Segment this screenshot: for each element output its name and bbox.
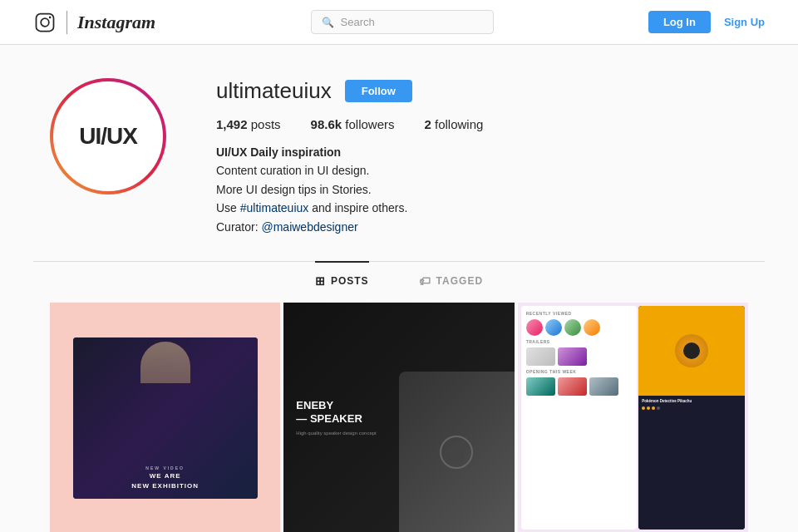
bio-curator: Curator: @maiwebdesigner [216, 218, 748, 236]
bio-line3: Use #ultimateuiux and inspire others. [216, 199, 748, 217]
tabs-section: ⊞ POSTS 🏷 TAGGED [33, 261, 765, 299]
profile-username: ultimateuiux [216, 78, 332, 104]
bio-suffix: and inspire others. [308, 201, 407, 214]
tag-icon: 🏷 [419, 274, 431, 288]
post-2-speaker-circle [440, 436, 473, 469]
header-right: Log In Sign Up [648, 11, 765, 33]
svg-rect-0 [37, 13, 54, 31]
followers-count: 98.6k [311, 117, 342, 131]
post-3-trailer-card [558, 347, 587, 366]
post-3: RECENTLY VIEWED TRAILERS OPENING THIS WE… [518, 303, 748, 532]
post-3-dark-panel: Pokémon Detective Pikachu [638, 396, 745, 530]
follow-button[interactable]: Follow [345, 80, 412, 102]
post-3-opening-card [526, 377, 555, 396]
following-stat: 2 following [424, 117, 483, 131]
post-3-trailer-card [526, 347, 555, 366]
post-1-top: WE ARE [131, 471, 199, 480]
header-left: Instagram [33, 11, 155, 34]
posts-grid: NEW VIDEO WE ARE NEW EXHIBITION ENEBY— S… [33, 303, 765, 532]
post-3-star [657, 406, 660, 410]
avatar-text: UI/UX [79, 123, 137, 150]
post-1-card: NEW VIDEO WE ARE NEW EXHIBITION [73, 337, 258, 499]
post-3-thumb [526, 319, 543, 336]
post-3-pokemon-text: Pokémon Detective Pikachu [642, 399, 741, 404]
search-bar: 🔍 [311, 10, 494, 34]
bio-line1: Content curation in UI design. [216, 161, 748, 180]
tab-tagged-label: TAGGED [436, 275, 483, 287]
tab-posts-label: POSTS [331, 275, 369, 287]
bio-title: UI/UX Daily inspiration [216, 143, 748, 161]
signup-button[interactable]: Sign Up [724, 16, 765, 28]
post-1-text: NEW VIDEO WE ARE NEW EXHIBITION [131, 466, 199, 490]
profile-stats: 1,492 posts 98.6k followers 2 following [216, 117, 748, 131]
following-count: 2 [424, 117, 431, 131]
profile-info: ultimateuiux Follow 1,492 posts 98.6k fo… [216, 78, 748, 236]
grid-item[interactable]: NEW VIDEO WE ARE NEW EXHIBITION [50, 303, 280, 532]
post-3-thumb [584, 319, 600, 336]
post-3-opening-card [558, 377, 587, 396]
instagram-icon [33, 11, 57, 34]
login-button[interactable]: Log In [648, 11, 711, 33]
posts-count: 1,492 [216, 117, 248, 131]
post-1: NEW VIDEO WE ARE NEW EXHIBITION [50, 303, 280, 532]
post-3-star [652, 406, 655, 410]
post-3-opening-card [589, 377, 618, 396]
header-divider [66, 11, 67, 34]
post-3-yellow-panel [638, 306, 745, 396]
bio-hashtag[interactable]: #ultimateuiux [240, 201, 309, 214]
post-2-speaker [399, 372, 515, 532]
posts-label: posts [251, 117, 281, 131]
post-3-thumbs-row [526, 319, 633, 336]
post-2-speaker-inner [448, 444, 465, 461]
grid-icon: ⊞ [315, 274, 326, 288]
post-1-bottom: NEW EXHIBITION [131, 481, 199, 490]
tabs-row: ⊞ POSTS 🏷 TAGGED [33, 262, 765, 299]
tab-tagged[interactable]: 🏷 TAGGED [419, 261, 483, 299]
post-3-star [642, 406, 645, 410]
curator-prefix: Curator: [216, 220, 261, 234]
search-input[interactable] [341, 16, 483, 28]
following-label: following [435, 117, 483, 131]
followers-label: followers [345, 117, 394, 131]
posts-stat: 1,492 posts [216, 117, 281, 131]
username-row: ultimateuiux Follow [216, 78, 748, 104]
post-3-opening-label: OPENING THIS WEEK [526, 369, 633, 374]
svg-point-1 [41, 18, 49, 27]
bio-line2: More UI design tips in Stories. [216, 180, 748, 199]
tab-posts[interactable]: ⊞ POSTS [315, 261, 369, 299]
grid-item[interactable]: ENEBY— SPEAKER High quality speaker desi… [283, 303, 514, 532]
brand-name: Instagram [77, 12, 155, 33]
post-3-thumb [545, 319, 562, 336]
post-3-left: RECENTLY VIEWED TRAILERS OPENING THIS WE… [521, 306, 638, 530]
post-2: ENEBY— SPEAKER High quality speaker desi… [283, 303, 514, 532]
post-3-trailers-row [526, 347, 633, 366]
header: Instagram 🔍 Log In Sign Up [0, 0, 798, 45]
post-3-trailers-label: TRAILERS [526, 339, 633, 344]
svg-point-2 [49, 16, 52, 18]
post-3-stars [642, 406, 741, 410]
profile-bio: UI/UX Daily inspiration Content curation… [216, 143, 748, 236]
profile-section: UI/UX ultimateuiux Follow 1,492 posts 98… [33, 78, 765, 236]
search-icon: 🔍 [322, 17, 334, 28]
post-1-label: NEW VIDEO [131, 466, 199, 471]
post-3-recently-viewed-label: RECENTLY VIEWED [526, 311, 633, 316]
post-2-inner: ENEBY— SPEAKER High quality speaker desi… [283, 303, 514, 532]
avatar-wrap: UI/UX [50, 78, 166, 195]
post-3-star [647, 406, 650, 410]
post-3-thumb [564, 319, 581, 336]
post-3-pokemon-icon [675, 334, 708, 367]
grid-item[interactable]: RECENTLY VIEWED TRAILERS OPENING THIS WE… [518, 303, 748, 532]
curator-handle[interactable]: @maiwebdesigner [261, 220, 357, 234]
followers-stat: 98.6k followers [311, 117, 395, 131]
post-3-pokemon-eye [683, 342, 700, 359]
avatar: UI/UX [53, 81, 163, 191]
bio-prefix: Use [216, 201, 240, 214]
post-3-right: Pokémon Detective Pikachu [638, 306, 745, 530]
post-3-opening-row [526, 377, 633, 396]
